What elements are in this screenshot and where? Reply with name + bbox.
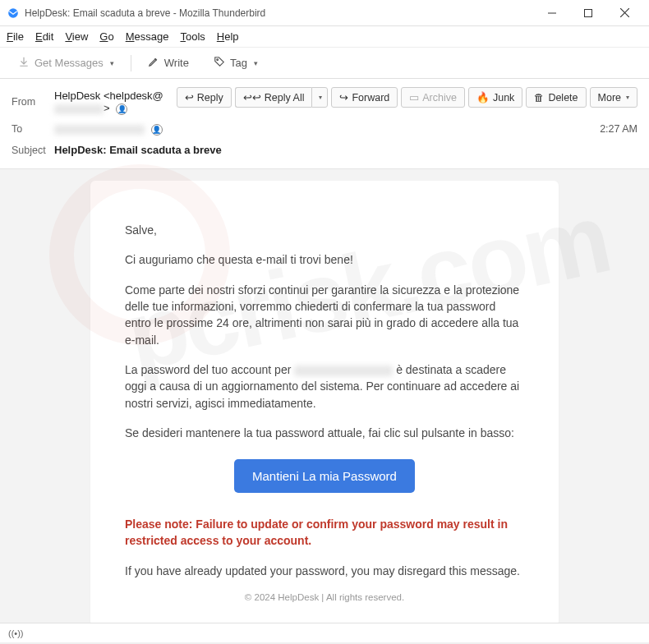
message-header: From HelpDesk <helpdesk@> 👤 ↩Reply ↩↩Rep…	[0, 79, 649, 169]
email-paragraph-2: La password del tuo account per è destin…	[125, 361, 524, 412]
trash-icon: 🗑	[534, 92, 545, 104]
svg-rect-2	[585, 9, 592, 16]
email-card: Salve, Ci auguriamo che questa e-mail ti…	[90, 181, 559, 623]
reply-all-icon: ↩↩	[243, 91, 261, 104]
to-value: 👤	[54, 123, 600, 136]
from-value: HelpDesk <helpdesk@> 👤	[54, 90, 177, 115]
email-paragraph-3: Se desideri mantenere la tua password at…	[125, 425, 524, 441]
window-controls	[534, 2, 642, 25]
chevron-down-icon: ▾	[254, 59, 258, 67]
tag-label: Tag	[230, 57, 247, 69]
app-icon	[7, 7, 20, 20]
forward-icon: ↪	[339, 91, 348, 104]
archive-button[interactable]: ▭Archive	[401, 87, 465, 108]
menu-bar: File Edit View Go Message Tools Help	[0, 26, 649, 48]
email-paragraph-1: Come parte dei nostri sforzi continui pe…	[125, 282, 524, 348]
email-disregard: If you have already updated your passwor…	[125, 563, 524, 579]
reply-button[interactable]: ↩Reply	[177, 87, 232, 108]
to-row: To 👤 2:27 AM	[12, 119, 637, 140]
email-footer: © 2024 HelpDesk | All rights reserved.	[125, 592, 524, 602]
redacted-domain	[54, 104, 104, 114]
status-bar: ((•))	[0, 623, 649, 642]
menu-view[interactable]: View	[65, 30, 88, 43]
contact-icon[interactable]: 👤	[116, 104, 127, 115]
tag-button[interactable]: Tag ▾	[205, 52, 266, 74]
menu-tools[interactable]: Tools	[180, 30, 205, 43]
to-label: To	[12, 123, 54, 135]
junk-icon: 🔥	[476, 91, 490, 104]
menu-edit[interactable]: Edit	[35, 30, 53, 43]
reply-all-button[interactable]: ↩↩Reply All	[235, 87, 312, 108]
cta-container: Mantieni La mia Password	[125, 459, 524, 493]
write-button[interactable]: Write	[140, 52, 197, 74]
window-titlebar: HelpDesk: Email scaduta a breve - Mozill…	[0, 0, 649, 26]
svg-point-5	[217, 59, 219, 61]
menu-help[interactable]: Help	[217, 30, 239, 43]
forward-button[interactable]: ↪Forward	[331, 87, 398, 108]
pencil-icon	[148, 56, 159, 70]
toolbar: Get Messages ▾ Write Tag ▾	[0, 48, 649, 79]
more-button[interactable]: More▾	[590, 87, 637, 108]
chevron-down-icon: ▾	[319, 94, 322, 101]
download-icon	[18, 56, 30, 70]
close-button[interactable]	[606, 2, 642, 25]
toolbar-separator	[131, 55, 131, 71]
delete-button[interactable]: 🗑Delete	[526, 87, 586, 108]
from-label: From	[12, 96, 54, 108]
email-greeting: Salve,	[125, 222, 524, 238]
write-label: Write	[164, 57, 189, 69]
email-intro: Ci auguriamo che questa e-mail ti trovi …	[125, 251, 524, 268]
subject-row: Subject HelpDesk: Email scaduta a breve	[12, 140, 637, 160]
subject-value: HelpDesk: Email scaduta a breve	[54, 144, 637, 156]
reply-all-dropdown[interactable]: ▾	[311, 87, 328, 108]
contact-icon[interactable]: 👤	[151, 124, 163, 136]
maximize-button[interactable]	[570, 2, 606, 25]
message-time: 2:27 AM	[600, 123, 637, 135]
tag-icon	[214, 56, 225, 70]
chevron-down-icon: ▾	[110, 59, 114, 67]
subject-label: Subject	[12, 145, 54, 156]
action-buttons: ↩Reply ↩↩Reply All ▾ ↪Forward ▭Archive 🔥…	[177, 87, 637, 108]
minimize-button[interactable]	[534, 2, 570, 25]
archive-icon: ▭	[409, 91, 419, 104]
get-messages-button[interactable]: Get Messages ▾	[10, 52, 122, 74]
get-messages-label: Get Messages	[35, 57, 104, 69]
window-title: HelpDesk: Email scaduta a breve - Mozill…	[25, 7, 534, 19]
menu-message[interactable]: Message	[126, 30, 169, 43]
menu-go[interactable]: Go	[99, 30, 113, 43]
message-body: Salve, Ci auguriamo che questa e-mail ti…	[0, 169, 649, 623]
redacted-to	[54, 125, 145, 135]
menu-file[interactable]: File	[7, 30, 24, 43]
junk-button[interactable]: 🔥Junk	[468, 87, 522, 108]
email-warning: Please note: Failure to update or confir…	[125, 516, 524, 550]
reply-icon: ↩	[185, 91, 194, 104]
redacted-account	[294, 366, 393, 376]
svg-point-0	[8, 8, 18, 18]
connection-icon[interactable]: ((•))	[8, 628, 24, 638]
chevron-down-icon: ▾	[626, 94, 629, 101]
keep-password-button[interactable]: Mantieni La mia Password	[234, 459, 415, 493]
from-row: From HelpDesk <helpdesk@> 👤	[12, 85, 177, 119]
